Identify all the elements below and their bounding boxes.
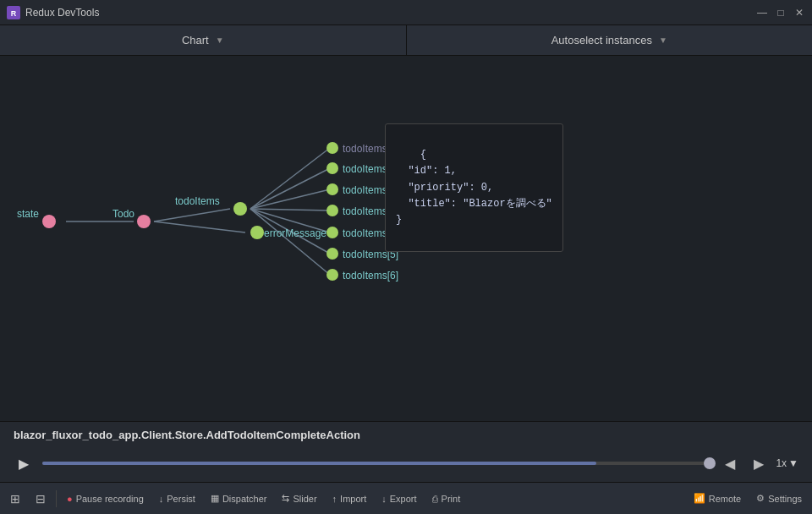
slider-icon: ⇆ (282, 493, 289, 504)
close-button[interactable]: ✕ (793, 7, 805, 19)
remote-button[interactable]: 📶 Remote (687, 487, 749, 511)
svg-line-8 (250, 209, 330, 211)
errormessage-node[interactable] (250, 226, 264, 239)
action-label: blazor_fluxor_todo_app.Client.Store.AddT… (0, 422, 812, 448)
dispatcher-button[interactable]: ▦ Dispatcher (204, 487, 274, 511)
persist-icon: ↓ (159, 494, 164, 504)
bottom-controls: blazor_fluxor_todo_app.Client.Store.AddT… (0, 421, 812, 482)
toolbar: ⊞ ⊟ ● Pause recording ↓ Persist ▦ Dispat… (0, 482, 812, 514)
speed-chevron-icon: ▼ (788, 457, 798, 469)
import-button[interactable]: ↑ Import (326, 487, 374, 511)
export-icon: ↓ (381, 494, 387, 504)
print-label: Print (442, 494, 461, 504)
autoselect-section[interactable]: Autoselect instances ▼ (407, 25, 813, 55)
chart-label: Chart (182, 34, 209, 46)
import-label: Import (340, 494, 366, 504)
window-title: Redux DevTools (25, 7, 99, 19)
slider-label: Slider (293, 494, 316, 504)
print-button[interactable]: ⎙ Print (425, 487, 468, 511)
app-icon: R (7, 6, 20, 19)
persist-label: Persist (167, 494, 195, 504)
toolbar-left: ⊞ ⊟ ● Pause recording ↓ Persist ▦ Dispat… (3, 487, 467, 511)
export-button[interactable]: ↓ Export (375, 487, 423, 511)
prev-button[interactable]: ◀ (718, 451, 742, 475)
svg-text:R: R (11, 9, 17, 18)
pause-recording-button[interactable]: ● Pause recording (60, 487, 151, 511)
toolbar-right: 📶 Remote ⚙ Settings (687, 487, 809, 511)
todo-node[interactable] (137, 215, 151, 228)
tooltip-content: { "id": 1, "priority": 0, "title": "Blaz… (396, 149, 552, 226)
remote-label: Remote (709, 494, 742, 504)
todoitems-label: todoItems (175, 195, 220, 207)
autoselect-chevron-icon: ▼ (659, 36, 667, 45)
top-bar: Chart ▼ Autoselect instances ▼ (0, 25, 812, 56)
todoitem-3-node[interactable] (326, 205, 338, 216)
slider-button[interactable]: ⇆ Slider (275, 487, 323, 511)
persist-button[interactable]: ↓ Persist (152, 487, 202, 511)
node-tooltip: { "id": 1, "priority": 0, "title": "Blaz… (385, 123, 563, 252)
svg-line-3 (154, 209, 230, 221)
layout2-button[interactable]: ⊟ (29, 487, 52, 511)
next-button[interactable]: ▶ (747, 451, 771, 475)
autoselect-label: Autoselect instances (551, 34, 652, 46)
layout2-icon: ⊟ (36, 492, 46, 506)
todoitems-node[interactable] (233, 202, 247, 216)
svg-line-6 (250, 168, 330, 209)
layout1-button[interactable]: ⊞ (3, 487, 27, 511)
chart-area: state Todo todoItems errorMessage todoIt… (0, 56, 812, 421)
slider-thumb[interactable] (704, 457, 716, 469)
toolbar-divider-1 (56, 490, 57, 507)
title-bar-left: R Redux DevTools (7, 6, 99, 19)
todoitem-6-node[interactable] (326, 269, 338, 281)
errormessage-label: errorMessage (264, 227, 326, 239)
svg-line-4 (154, 221, 245, 232)
print-icon: ⎙ (432, 494, 438, 504)
playback-controls: ◀ ▶ 1x ▼ (718, 451, 798, 475)
record-icon: ● (67, 494, 73, 504)
todoitem-4-node[interactable] (326, 227, 338, 238)
pause-label: Pause recording (76, 494, 144, 504)
layout1-icon: ⊞ (10, 492, 20, 506)
title-bar: R Redux DevTools — □ ✕ (0, 0, 812, 25)
playback-slider[interactable] (42, 462, 710, 465)
dispatcher-icon: ▦ (211, 493, 219, 504)
export-label: Export (390, 494, 417, 504)
svg-line-11 (250, 209, 330, 275)
settings-button[interactable]: ⚙ Settings (749, 487, 809, 511)
todo-label: Todo (112, 208, 134, 220)
minimize-button[interactable]: — (756, 7, 768, 19)
todoitem-6-label: todoItems[6] (343, 270, 398, 282)
import-icon: ↑ (332, 494, 337, 504)
remote-icon: 📶 (694, 493, 705, 504)
chart-section[interactable]: Chart ▼ (0, 25, 407, 55)
chart-chevron-icon: ▼ (216, 36, 224, 45)
settings-icon: ⚙ (756, 493, 765, 504)
state-label: state (17, 208, 39, 220)
maximize-button[interactable]: □ (775, 7, 787, 19)
todoitem-2-node[interactable] (326, 183, 338, 195)
playback-bar: ▶ ◀ ▶ 1x ▼ (0, 448, 812, 482)
play-button[interactable]: ▶ (14, 453, 34, 473)
settings-label: Settings (768, 494, 802, 504)
slider-fill (42, 462, 596, 465)
todoitem-5-node[interactable] (326, 248, 338, 260)
todoitem-0-label: todoItems (343, 143, 387, 155)
speed-label: 1x (776, 457, 787, 469)
todoitem-0-node[interactable] (326, 142, 338, 154)
dispatcher-label: Dispatcher (222, 494, 267, 504)
speed-selector[interactable]: 1x ▼ (776, 457, 798, 469)
title-bar-controls: — □ ✕ (756, 7, 805, 19)
state-node[interactable] (42, 215, 56, 228)
todoitem-1-node[interactable] (326, 162, 338, 174)
